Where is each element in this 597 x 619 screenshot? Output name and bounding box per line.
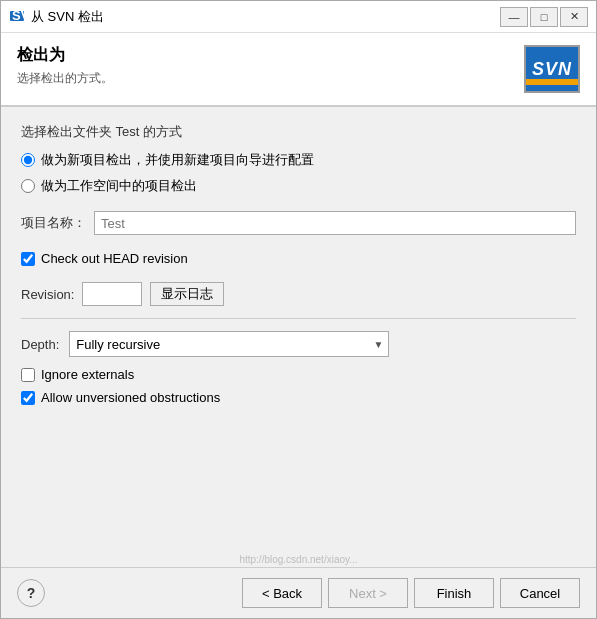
radio-workspace-project-input[interactable] (21, 179, 35, 193)
content-area: 检出为 选择检出的方式。 SVN 选择检出文件夹 Test 的方式 做为新项目检… (1, 33, 596, 618)
radio-workspace-project-label: 做为工作空间中的项目检出 (41, 177, 197, 195)
main-window: SVN 从 SVN 检出 — □ ✕ 检出为 选择检出的方式。 SVN 选择检出… (0, 0, 597, 619)
svn-logo: SVN (524, 45, 580, 93)
header-title: 检出为 (17, 45, 113, 66)
title-bar: SVN 从 SVN 检出 — □ ✕ (1, 1, 596, 33)
allow-unversioned-item[interactable]: Allow unversioned obstructions (21, 390, 576, 405)
close-button[interactable]: ✕ (560, 7, 588, 27)
radio-new-project-input[interactable] (21, 153, 35, 167)
footer-right: < Back Next > Finish Cancel (242, 578, 580, 608)
next-button[interactable]: Next > (328, 578, 408, 608)
watermark: http://blog.csdn.net/xiaoy... (1, 552, 596, 567)
project-name-input[interactable] (94, 211, 576, 235)
title-bar-controls: — □ ✕ (500, 7, 588, 27)
options-checkbox-group: Ignore externals Allow unversioned obstr… (21, 367, 576, 405)
section-label: 选择检出文件夹 Test 的方式 (21, 123, 576, 141)
checkout-head-item[interactable]: Check out HEAD revision (21, 251, 576, 266)
project-name-row: 项目名称： (21, 211, 576, 235)
depth-select[interactable]: Fully recursive Immediate children Only … (69, 331, 389, 357)
revision-row: Revision: 显示日志 (21, 282, 576, 306)
allow-unversioned-checkbox[interactable] (21, 391, 35, 405)
back-button[interactable]: < Back (242, 578, 322, 608)
ignore-externals-label: Ignore externals (41, 367, 134, 382)
svg-text:SVN: SVN (12, 9, 25, 23)
ignore-externals-item[interactable]: Ignore externals (21, 367, 576, 382)
body: 选择检出文件夹 Test 的方式 做为新项目检出，并使用新建项目向导进行配置 做… (1, 107, 596, 552)
minimize-button[interactable]: — (500, 7, 528, 27)
radio-group: 做为新项目检出，并使用新建项目向导进行配置 做为工作空间中的项目检出 (21, 151, 576, 195)
project-name-label: 项目名称： (21, 214, 86, 232)
revision-label: Revision: (21, 287, 74, 302)
svn-logo-stripe (526, 79, 578, 85)
footer: ? < Back Next > Finish Cancel (1, 567, 596, 618)
checkout-head-checkbox[interactable] (21, 252, 35, 266)
window-title: 从 SVN 检出 (31, 8, 500, 26)
finish-button[interactable]: Finish (414, 578, 494, 608)
help-button[interactable]: ? (17, 579, 45, 607)
separator (21, 318, 576, 319)
window-icon: SVN (9, 9, 25, 25)
ignore-externals-checkbox[interactable] (21, 368, 35, 382)
head-revision-group: Check out HEAD revision (21, 251, 576, 266)
radio-workspace-project[interactable]: 做为工作空间中的项目检出 (21, 177, 576, 195)
radio-new-project-label: 做为新项目检出，并使用新建项目向导进行配置 (41, 151, 314, 169)
maximize-button[interactable]: □ (530, 7, 558, 27)
svn-logo-text: SVN (532, 59, 572, 80)
allow-unversioned-label: Allow unversioned obstructions (41, 390, 220, 405)
footer-left: ? (17, 579, 45, 607)
depth-row: Depth: Fully recursive Immediate childre… (21, 331, 576, 357)
revision-input[interactable] (82, 282, 142, 306)
checkout-head-label: Check out HEAD revision (41, 251, 188, 266)
header-text: 检出为 选择检出的方式。 (17, 45, 113, 87)
show-log-button[interactable]: 显示日志 (150, 282, 224, 306)
header-subtitle: 选择检出的方式。 (17, 70, 113, 87)
header: 检出为 选择检出的方式。 SVN (1, 33, 596, 107)
cancel-button[interactable]: Cancel (500, 578, 580, 608)
depth-select-wrapper: Fully recursive Immediate children Only … (69, 331, 389, 357)
radio-new-project[interactable]: 做为新项目检出，并使用新建项目向导进行配置 (21, 151, 576, 169)
depth-label: Depth: (21, 337, 59, 352)
